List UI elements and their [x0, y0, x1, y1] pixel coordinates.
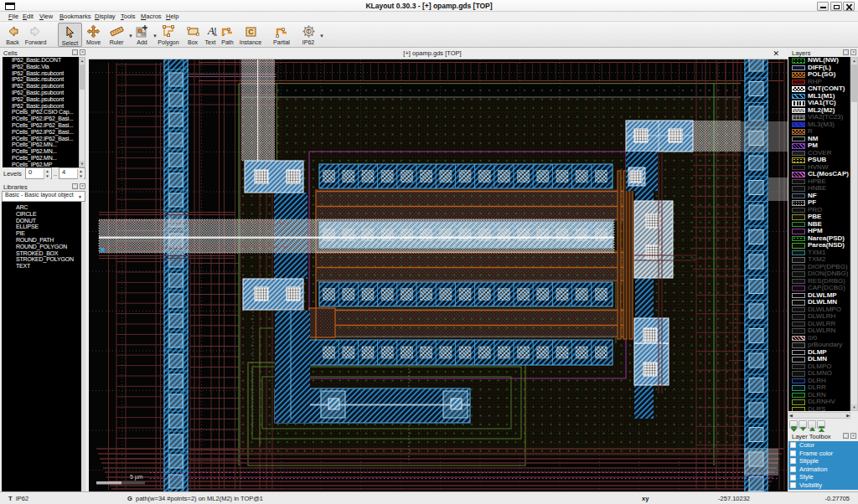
svg-text:T: T	[307, 28, 310, 34]
svg-text:5 µm: 5 µm	[130, 474, 143, 481]
svg-text:A: A	[207, 24, 214, 37]
svg-text:C: C	[248, 28, 254, 36]
